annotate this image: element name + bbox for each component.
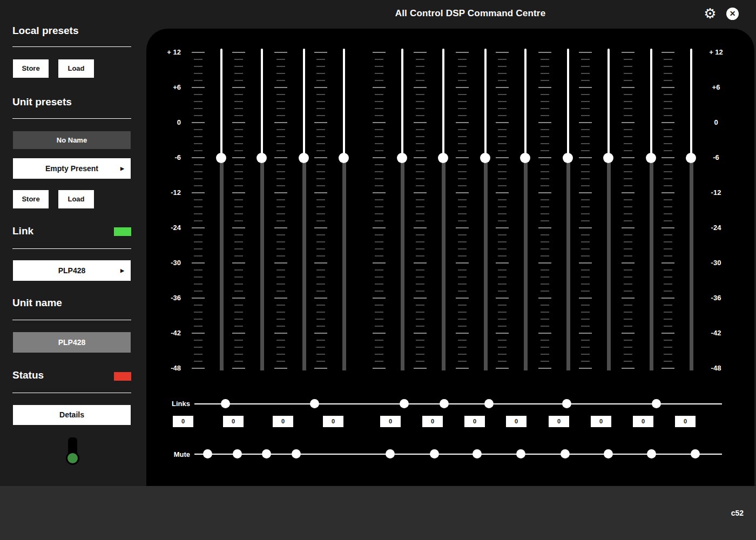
- scale-tick-minor: [498, 255, 507, 256]
- mute-toggle-channel-4[interactable]: [292, 449, 301, 458]
- fader-track-lower[interactable]: [302, 158, 306, 370]
- mute-toggle-channel-7[interactable]: [473, 449, 482, 458]
- scale-tick-minor: [624, 269, 632, 271]
- link-gain-input-channel-10[interactable]: 0: [591, 416, 611, 427]
- scale-tick-major: [373, 333, 386, 334]
- fader-track-upper[interactable]: [567, 49, 569, 158]
- fader-track-upper[interactable]: [524, 49, 526, 158]
- fader-track-upper[interactable]: [608, 49, 610, 158]
- fader-track-upper[interactable]: [650, 49, 652, 158]
- link-slider-handle-7[interactable]: [652, 399, 661, 408]
- scale-tick-minor: [541, 340, 549, 341]
- scale-tick-minor: [664, 199, 672, 200]
- mute-toggle-channel-5[interactable]: [386, 449, 395, 458]
- fader-thumb-channel-9[interactable]: [563, 153, 573, 163]
- fader-track-upper[interactable]: [442, 49, 444, 158]
- scale-tick-minor: [458, 305, 467, 306]
- fader-thumb-channel-5[interactable]: [397, 153, 407, 163]
- link-gain-input-channel-8[interactable]: 0: [506, 416, 526, 427]
- scale-tick-minor: [498, 66, 507, 67]
- scale-tick-minor: [458, 178, 467, 179]
- fader-track-lower[interactable]: [484, 158, 488, 370]
- link-gain-input-channel-7[interactable]: 0: [464, 416, 485, 427]
- scale-tick-major: [314, 122, 327, 123]
- fader-thumb-channel-6[interactable]: [438, 153, 448, 163]
- scale-tick-minor: [624, 206, 632, 207]
- link-gain-input-channel-3[interactable]: 0: [273, 416, 293, 427]
- fader-thumb-channel-2[interactable]: [256, 153, 267, 163]
- fader-track-lower[interactable]: [342, 158, 346, 370]
- mute-toggle-channel-12[interactable]: [691, 449, 700, 458]
- db-scale-label-right: -6: [704, 153, 728, 162]
- scale-tick-minor: [664, 129, 672, 130]
- fader-track-lower[interactable]: [566, 158, 570, 370]
- link-slider-handle-1[interactable]: [221, 399, 230, 408]
- fader-track-lower[interactable]: [260, 158, 264, 370]
- db-scale-label-left: -42: [148, 329, 181, 338]
- scale-tick-minor: [541, 185, 549, 186]
- link-gain-input-channel-12[interactable]: 0: [675, 416, 696, 427]
- fader-track-upper[interactable]: [690, 49, 692, 158]
- link-gain-input-channel-9[interactable]: 0: [549, 416, 569, 427]
- scale-tick-minor: [664, 136, 672, 137]
- mute-toggle-channel-11[interactable]: [647, 449, 656, 458]
- scale-tick-major: [456, 192, 469, 193]
- link-gain-input-channel-11[interactable]: 0: [633, 416, 653, 427]
- fader-track-upper[interactable]: [261, 49, 263, 158]
- scale-tick-major: [232, 333, 245, 334]
- scale-tick-minor: [664, 66, 672, 67]
- scale-tick-minor: [624, 108, 632, 109]
- scale-tick-minor: [664, 347, 672, 348]
- link-gain-input-channel-4[interactable]: 0: [323, 416, 343, 427]
- fader-track-lower[interactable]: [442, 158, 446, 370]
- fader-thumb-channel-8[interactable]: [520, 153, 530, 163]
- mute-toggle-channel-8[interactable]: [516, 449, 525, 458]
- scale-tick-minor: [624, 305, 632, 306]
- fader-thumb-channel-10[interactable]: [603, 153, 613, 163]
- scale-tick-major: [414, 298, 427, 299]
- fader-track-upper[interactable]: [401, 49, 403, 158]
- fader-track-upper[interactable]: [343, 49, 345, 158]
- fader-thumb-channel-11[interactable]: [646, 153, 656, 163]
- mute-toggle-channel-2[interactable]: [233, 449, 242, 458]
- scale-tick-minor: [276, 80, 285, 81]
- fader-track-lower[interactable]: [650, 158, 653, 370]
- link-gain-input-channel-2[interactable]: 0: [223, 416, 244, 427]
- mute-toggle-channel-1[interactable]: [203, 449, 212, 458]
- scale-tick-minor: [498, 269, 507, 271]
- link-slider-handle-3[interactable]: [400, 399, 409, 408]
- link-slider-handle-6[interactable]: [562, 399, 571, 408]
- fader-track-lower[interactable]: [401, 158, 404, 370]
- fader-thumb-channel-12[interactable]: [686, 153, 696, 163]
- fader-thumb-channel-4[interactable]: [339, 153, 349, 163]
- fader-thumb-channel-3[interactable]: [299, 153, 309, 163]
- scale-tick-major: [274, 298, 287, 299]
- scale-tick-major: [662, 52, 674, 53]
- link-gain-input-channel-6[interactable]: 0: [422, 416, 443, 427]
- scale-tick-minor: [234, 80, 243, 81]
- fader-track-upper[interactable]: [484, 49, 487, 158]
- mute-toggle-channel-6[interactable]: [430, 449, 439, 458]
- fader-track-lower[interactable]: [524, 158, 528, 370]
- mute-toggle-channel-10[interactable]: [604, 449, 613, 458]
- link-slider-handle-4[interactable]: [440, 399, 449, 408]
- fader-track-lower[interactable]: [607, 158, 611, 370]
- scale-tick-minor: [416, 185, 424, 186]
- scale-tick-minor: [498, 248, 507, 249]
- mute-toggle-channel-9[interactable]: [561, 449, 570, 458]
- fader-track-lower[interactable]: [690, 158, 693, 370]
- mute-toggle-channel-3[interactable]: [262, 449, 271, 458]
- fader-track-upper[interactable]: [220, 49, 222, 158]
- link-gain-input-channel-1[interactable]: 0: [173, 416, 193, 427]
- fader-track-upper[interactable]: [303, 49, 305, 158]
- scale-tick-minor: [664, 354, 672, 355]
- link-slider-handle-5[interactable]: [484, 399, 494, 408]
- fader-thumb-channel-1[interactable]: [216, 153, 226, 163]
- fader-track-lower[interactable]: [220, 158, 224, 370]
- link-slider-handle-2[interactable]: [310, 399, 319, 408]
- fader-thumb-channel-7[interactable]: [480, 153, 490, 163]
- link-gain-input-channel-5[interactable]: 0: [380, 416, 401, 427]
- scale-tick-minor: [316, 354, 325, 355]
- scale-tick-minor: [624, 199, 632, 200]
- scale-tick-minor: [498, 150, 507, 151]
